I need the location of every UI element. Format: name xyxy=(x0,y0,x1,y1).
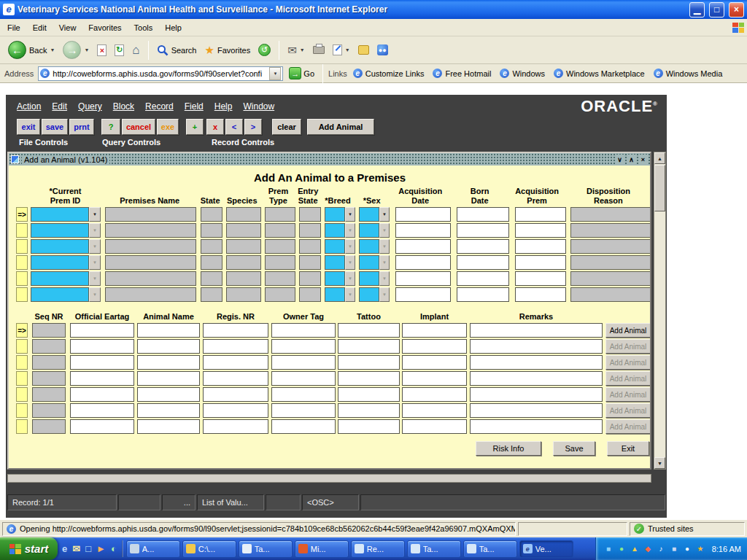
links-bar-item[interactable]: eWindows xyxy=(500,69,545,78)
field-prem-type[interactable] xyxy=(265,207,295,222)
back-dropdown-icon[interactable]: ▼ xyxy=(50,47,55,52)
field-regis-nr[interactable] xyxy=(203,419,268,434)
field-acquisition-date[interactable] xyxy=(395,271,451,286)
field-species[interactable] xyxy=(226,223,261,238)
field-tattoo[interactable] xyxy=(338,387,400,402)
field-sex[interactable] xyxy=(359,207,379,222)
maximize-button[interactable]: □ xyxy=(709,2,724,18)
field-state[interactable] xyxy=(201,207,222,222)
field-disposition-reason[interactable] xyxy=(570,271,650,286)
field-remarks[interactable] xyxy=(470,419,603,434)
field-breed[interactable] xyxy=(325,239,345,254)
links-bar-item[interactable]: eWindows Media xyxy=(654,69,723,78)
edit-dropdown-icon[interactable]: ▼ xyxy=(345,47,350,52)
field-born-date[interactable] xyxy=(457,287,509,302)
scroll-down-icon[interactable]: ▼ xyxy=(654,457,665,469)
field-regis-nr[interactable] xyxy=(203,403,268,418)
field-animal-name[interactable] xyxy=(137,403,200,418)
field-entry-state[interactable] xyxy=(299,239,321,254)
sex-dropdown-button[interactable]: ▼ xyxy=(379,239,390,254)
taskbar-task[interactable]: A... xyxy=(126,540,180,558)
field-acquisition-date[interactable] xyxy=(395,207,451,222)
field-implant[interactable] xyxy=(402,419,467,434)
field-born-date[interactable] xyxy=(457,255,509,270)
field-seq-nr[interactable] xyxy=(32,371,66,386)
field-tattoo[interactable] xyxy=(338,419,400,434)
field-sex[interactable] xyxy=(359,223,379,238)
field-implant[interactable] xyxy=(402,403,467,418)
field-owner-tag[interactable] xyxy=(271,403,336,418)
current-prem-id-dropdown-button[interactable]: ▼ xyxy=(89,287,101,302)
scrollbar-thumb[interactable] xyxy=(654,165,665,211)
horizontal-scrollbar[interactable] xyxy=(7,474,651,483)
taskbar-task[interactable]: eVe... xyxy=(519,540,573,558)
field-tattoo[interactable] xyxy=(338,371,400,386)
menu-edit[interactable]: Edit xyxy=(33,23,47,32)
search-button[interactable]: Search xyxy=(155,43,199,58)
field-remarks[interactable] xyxy=(470,355,603,370)
menu-help[interactable]: Help xyxy=(165,23,182,32)
field-official-eartag[interactable] xyxy=(70,323,134,338)
refresh-button[interactable]: ↻ xyxy=(112,43,126,58)
breed-dropdown-button[interactable]: ▼ xyxy=(345,255,355,270)
field-remarks[interactable] xyxy=(470,387,603,402)
stop-button[interactable]: × xyxy=(95,43,109,58)
field-sex[interactable] xyxy=(359,287,379,302)
field-premises-name[interactable] xyxy=(105,239,196,254)
oracle-insert-record-button[interactable]: + xyxy=(186,119,204,135)
field-official-eartag[interactable] xyxy=(70,387,134,402)
breed-dropdown-button[interactable]: ▼ xyxy=(345,223,355,238)
mail-button[interactable]: ✉ ▼ xyxy=(285,42,307,58)
edit-button[interactable]: ▼ xyxy=(330,43,352,57)
field-implant[interactable] xyxy=(402,371,467,386)
field-acquisition-date[interactable] xyxy=(395,255,451,270)
tray-volume-icon[interactable]: ♪ xyxy=(656,544,666,554)
risk-info-button[interactable]: Risk Info xyxy=(476,441,541,456)
tray-security-icon[interactable]: ★ xyxy=(695,544,705,554)
field-remarks[interactable] xyxy=(470,371,603,386)
messenger-button[interactable]: ●● xyxy=(375,43,390,57)
scroll-up-icon[interactable]: ▲ xyxy=(654,152,665,164)
field-acquisition-prem[interactable] xyxy=(515,223,566,238)
forward-button[interactable]: → ▼ xyxy=(61,39,91,61)
field-remarks[interactable] xyxy=(470,403,603,418)
field-premises-name[interactable] xyxy=(105,207,196,222)
field-prem-type[interactable] xyxy=(265,239,295,254)
mail-dropdown-icon[interactable]: ▼ xyxy=(300,47,305,52)
field-current-prem-id[interactable] xyxy=(31,287,89,302)
form-minimize-icon[interactable]: ∨ xyxy=(615,155,624,164)
add-animal-row-button[interactable]: Add Animal xyxy=(605,403,650,418)
field-disposition-reason[interactable] xyxy=(570,223,650,238)
field-born-date[interactable] xyxy=(457,271,509,286)
field-disposition-reason[interactable] xyxy=(570,207,650,222)
taskbar-task[interactable]: Ta... xyxy=(407,540,461,558)
oracle-save-button[interactable]: save xyxy=(42,119,68,135)
internet-explorer-icon[interactable]: e xyxy=(62,543,67,554)
tray-messenger-icon[interactable]: ● xyxy=(616,544,627,554)
field-seq-nr[interactable] xyxy=(32,419,66,434)
field-official-eartag[interactable] xyxy=(70,419,134,434)
taskbar-task[interactable]: Ta... xyxy=(463,540,517,558)
close-button[interactable]: × xyxy=(729,2,744,18)
field-current-prem-id[interactable] xyxy=(31,239,89,254)
links-bar-item[interactable]: eWindows Marketplace xyxy=(554,69,645,78)
field-prem-type[interactable] xyxy=(265,255,295,270)
oracle-help-button[interactable]: ? xyxy=(101,119,120,135)
field-state[interactable] xyxy=(201,287,222,302)
field-breed[interactable] xyxy=(325,287,345,302)
field-current-prem-id[interactable] xyxy=(31,255,89,270)
field-disposition-reason[interactable] xyxy=(570,255,650,270)
field-prem-type[interactable] xyxy=(265,223,295,238)
add-animal-row-button[interactable]: Add Animal xyxy=(605,355,650,370)
field-tattoo[interactable] xyxy=(338,339,400,354)
field-remarks[interactable] xyxy=(470,323,603,338)
current-prem-id-dropdown-button[interactable]: ▼ xyxy=(89,271,101,286)
field-state[interactable] xyxy=(201,271,222,286)
field-entry-state[interactable] xyxy=(299,271,321,286)
field-implant[interactable] xyxy=(402,323,467,338)
exit-button[interactable]: Exit xyxy=(607,441,649,456)
breed-dropdown-button[interactable]: ▼ xyxy=(345,287,355,302)
taskbar-task[interactable]: Ta... xyxy=(239,540,293,558)
field-entry-state[interactable] xyxy=(299,223,321,238)
history-button[interactable]: ↺ xyxy=(256,42,273,58)
